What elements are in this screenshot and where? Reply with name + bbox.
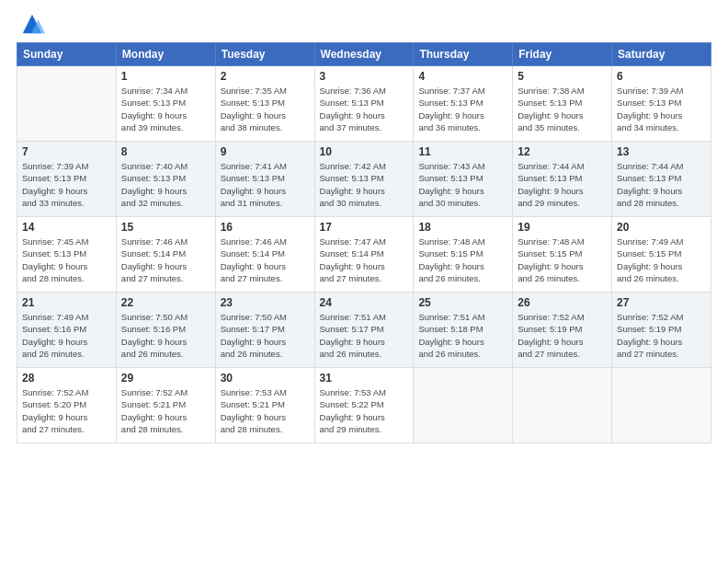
day-number: 19 (518, 221, 607, 234)
day-info: Sunrise: 7:48 AMSunset: 5:15 PMDaylight:… (518, 236, 607, 284)
day-number: 25 (418, 296, 507, 309)
calendar-cell: 5Sunrise: 7:38 AMSunset: 5:13 PMDaylight… (513, 66, 612, 142)
calendar-cell: 25Sunrise: 7:51 AMSunset: 5:18 PMDayligh… (414, 293, 513, 368)
day-info: Sunrise: 7:51 AMSunset: 5:18 PMDaylight:… (418, 311, 507, 360)
weekday-header-friday: Friday (513, 43, 612, 66)
calendar-cell: 23Sunrise: 7:50 AMSunset: 5:17 PMDayligh… (215, 293, 314, 368)
calendar-cell: 13Sunrise: 7:44 AMSunset: 5:13 PMDayligh… (612, 142, 711, 217)
day-number: 1 (121, 70, 210, 83)
day-info: Sunrise: 7:52 AMSunset: 5:20 PMDaylight:… (22, 386, 111, 435)
calendar-cell: 10Sunrise: 7:42 AMSunset: 5:13 PMDayligh… (314, 142, 414, 217)
day-info: Sunrise: 7:38 AMSunset: 5:13 PMDaylight:… (518, 85, 607, 133)
day-number: 7 (22, 145, 111, 158)
day-number: 23 (221, 296, 310, 309)
calendar-cell: 3Sunrise: 7:36 AMSunset: 5:13 PMDaylight… (314, 66, 414, 142)
day-info: Sunrise: 7:35 AMSunset: 5:13 PMDaylight:… (221, 85, 310, 133)
calendar-cell (17, 66, 117, 142)
day-number: 21 (22, 296, 111, 309)
day-info: Sunrise: 7:49 AMSunset: 5:15 PMDaylight:… (617, 236, 706, 284)
day-number: 12 (518, 145, 607, 158)
calendar-cell: 28Sunrise: 7:52 AMSunset: 5:20 PMDayligh… (17, 368, 117, 443)
day-info: Sunrise: 7:52 AMSunset: 5:19 PMDaylight:… (518, 311, 607, 360)
day-number: 14 (22, 221, 111, 234)
day-info: Sunrise: 7:40 AMSunset: 5:13 PMDaylight:… (121, 160, 210, 209)
calendar-cell: 8Sunrise: 7:40 AMSunset: 5:13 PMDaylight… (116, 142, 215, 217)
page: SundayMondayTuesdayWednesdayThursdayFrid… (0, 0, 728, 563)
calendar-cell: 9Sunrise: 7:41 AMSunset: 5:13 PMDaylight… (215, 142, 314, 217)
calendar-cell: 21Sunrise: 7:49 AMSunset: 5:16 PMDayligh… (17, 293, 117, 368)
day-number: 29 (121, 372, 210, 385)
weekday-header-sunday: Sunday (17, 43, 117, 66)
calendar-cell: 31Sunrise: 7:53 AMSunset: 5:22 PMDayligh… (314, 368, 414, 443)
day-info: Sunrise: 7:37 AMSunset: 5:13 PMDaylight:… (418, 85, 507, 133)
calendar-cell: 20Sunrise: 7:49 AMSunset: 5:15 PMDayligh… (612, 217, 711, 293)
day-info: Sunrise: 7:46 AMSunset: 5:14 PMDaylight:… (121, 236, 210, 284)
day-number: 8 (121, 145, 210, 158)
day-info: Sunrise: 7:44 AMSunset: 5:13 PMDaylight:… (518, 160, 607, 209)
calendar-cell: 17Sunrise: 7:47 AMSunset: 5:14 PMDayligh… (314, 217, 414, 293)
day-number: 11 (418, 145, 507, 158)
day-info: Sunrise: 7:45 AMSunset: 5:13 PMDaylight:… (22, 236, 111, 284)
header (17, 15, 711, 33)
day-number: 18 (418, 221, 507, 234)
day-info: Sunrise: 7:36 AMSunset: 5:13 PMDaylight:… (320, 85, 409, 133)
day-info: Sunrise: 7:47 AMSunset: 5:14 PMDaylight:… (320, 236, 409, 284)
day-number: 2 (221, 70, 310, 83)
day-info: Sunrise: 7:49 AMSunset: 5:16 PMDaylight:… (22, 311, 111, 360)
day-info: Sunrise: 7:46 AMSunset: 5:14 PMDaylight:… (221, 236, 310, 284)
calendar-table: SundayMondayTuesdayWednesdayThursdayFrid… (17, 42, 711, 443)
day-number: 3 (320, 70, 409, 83)
weekday-header-wednesday: Wednesday (314, 43, 414, 66)
day-info: Sunrise: 7:39 AMSunset: 5:13 PMDaylight:… (22, 160, 111, 209)
calendar-cell: 1Sunrise: 7:34 AMSunset: 5:13 PMDaylight… (116, 66, 215, 142)
calendar-cell: 12Sunrise: 7:44 AMSunset: 5:13 PMDayligh… (513, 142, 612, 217)
day-info: Sunrise: 7:50 AMSunset: 5:16 PMDaylight:… (121, 311, 210, 360)
day-number: 30 (221, 372, 310, 385)
day-number: 10 (320, 145, 409, 158)
weekday-header-tuesday: Tuesday (215, 43, 314, 66)
day-number: 27 (617, 296, 706, 309)
calendar-cell: 2Sunrise: 7:35 AMSunset: 5:13 PMDaylight… (215, 66, 314, 142)
day-info: Sunrise: 7:53 AMSunset: 5:22 PMDaylight:… (320, 386, 409, 435)
logo (17, 15, 45, 33)
calendar-cell: 19Sunrise: 7:48 AMSunset: 5:15 PMDayligh… (513, 217, 612, 293)
day-number: 20 (617, 221, 706, 234)
calendar-cell: 30Sunrise: 7:53 AMSunset: 5:21 PMDayligh… (215, 368, 314, 443)
calendar-cell (513, 368, 612, 443)
day-number: 31 (320, 372, 409, 385)
day-info: Sunrise: 7:39 AMSunset: 5:13 PMDaylight:… (617, 85, 706, 133)
calendar-cell: 24Sunrise: 7:51 AMSunset: 5:17 PMDayligh… (314, 293, 414, 368)
day-number: 6 (617, 70, 706, 83)
calendar-cell: 14Sunrise: 7:45 AMSunset: 5:13 PMDayligh… (17, 217, 117, 293)
calendar-cell: 26Sunrise: 7:52 AMSunset: 5:19 PMDayligh… (513, 293, 612, 368)
day-number: 9 (221, 145, 310, 158)
logo-text (17, 15, 45, 33)
day-info: Sunrise: 7:52 AMSunset: 5:19 PMDaylight:… (617, 311, 706, 360)
day-info: Sunrise: 7:44 AMSunset: 5:13 PMDaylight:… (617, 160, 706, 209)
day-info: Sunrise: 7:48 AMSunset: 5:15 PMDaylight:… (418, 236, 507, 284)
weekday-header-saturday: Saturday (612, 43, 711, 66)
calendar-cell: 7Sunrise: 7:39 AMSunset: 5:13 PMDaylight… (17, 142, 117, 217)
weekday-header-monday: Monday (116, 43, 215, 66)
day-info: Sunrise: 7:41 AMSunset: 5:13 PMDaylight:… (221, 160, 310, 209)
calendar-cell: 29Sunrise: 7:52 AMSunset: 5:21 PMDayligh… (116, 368, 215, 443)
day-number: 22 (121, 296, 210, 309)
calendar-cell: 27Sunrise: 7:52 AMSunset: 5:19 PMDayligh… (612, 293, 711, 368)
day-number: 5 (518, 70, 607, 83)
day-info: Sunrise: 7:43 AMSunset: 5:13 PMDaylight:… (418, 160, 507, 209)
day-number: 15 (121, 221, 210, 234)
day-info: Sunrise: 7:52 AMSunset: 5:21 PMDaylight:… (121, 386, 210, 435)
calendar-cell: 18Sunrise: 7:48 AMSunset: 5:15 PMDayligh… (414, 217, 513, 293)
day-info: Sunrise: 7:51 AMSunset: 5:17 PMDaylight:… (320, 311, 409, 360)
weekday-header-thursday: Thursday (414, 43, 513, 66)
day-number: 13 (617, 145, 706, 158)
calendar-cell: 4Sunrise: 7:37 AMSunset: 5:13 PMDaylight… (414, 66, 513, 142)
day-number: 26 (518, 296, 607, 309)
calendar-cell: 16Sunrise: 7:46 AMSunset: 5:14 PMDayligh… (215, 217, 314, 293)
calendar-cell: 6Sunrise: 7:39 AMSunset: 5:13 PMDaylight… (612, 66, 711, 142)
day-info: Sunrise: 7:50 AMSunset: 5:17 PMDaylight:… (221, 311, 310, 360)
day-number: 24 (320, 296, 409, 309)
day-number: 16 (221, 221, 310, 234)
calendar-cell: 22Sunrise: 7:50 AMSunset: 5:16 PMDayligh… (116, 293, 215, 368)
day-info: Sunrise: 7:53 AMSunset: 5:21 PMDaylight:… (221, 386, 310, 435)
